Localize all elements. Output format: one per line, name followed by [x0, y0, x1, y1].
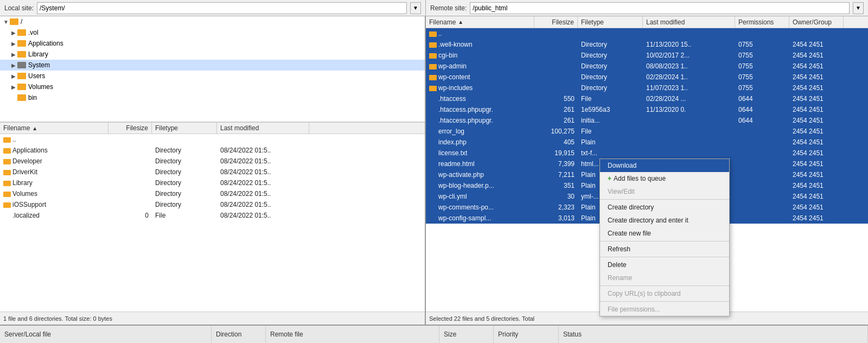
- remote-header-owner[interactable]: Owner/Group: [789, 16, 844, 28]
- folder-icon-applications-file: [3, 148, 11, 154]
- folder-icon-applications: [17, 40, 26, 47]
- tree-item-volumes[interactable]: ▶ Volumes: [0, 81, 425, 92]
- local-file-row-applications[interactable]: Applications Directory 08/24/2022 01:5..: [0, 145, 425, 156]
- folder-icon-library-file: [3, 181, 11, 186]
- remote-file-row-wpcontent[interactable]: wp-content Directory 02/28/2024 1.. 0755…: [426, 72, 868, 82]
- local-cell-mod: 08/24/2022 01:5..: [217, 179, 309, 187]
- panels-container: ▼ / ▶ .vol ▶ Applications: [0, 16, 868, 325]
- remote-header-filetype[interactable]: Filetype: [578, 16, 643, 28]
- context-menu-item-create-directory-enter[interactable]: Create directory and enter it: [600, 214, 729, 227]
- remote-file-row-dotdot[interactable]: ..: [426, 28, 868, 39]
- remote-file-row-errorlog[interactable]: error_log 100,275 File 2454 2451: [426, 126, 868, 137]
- local-cell-type: Directory: [152, 157, 217, 165]
- local-tree-view[interactable]: ▼ / ▶ .vol ▶ Applications: [0, 16, 425, 122]
- remote-file-row-indexphp[interactable]: index.php 405 Plain 2454 2451: [426, 137, 868, 148]
- folder-icon-users: [17, 73, 26, 79]
- tree-item-root[interactable]: ▼ /: [0, 16, 425, 27]
- remote-cell-name: wp-content: [426, 73, 534, 81]
- file-icon-htaccess-phpupgr1: [429, 107, 437, 113]
- remote-header-filesize[interactable]: Filesize: [534, 16, 578, 28]
- tree-label-bin: bin: [28, 94, 37, 101]
- local-site-dropdown-btn[interactable]: ▼: [410, 2, 421, 14]
- remote-cell-type: initia...: [578, 117, 643, 124]
- local-cell-mod: 08/24/2022 01:5..: [217, 157, 309, 165]
- local-site-path-input[interactable]: [37, 2, 407, 14]
- remote-cell-size: 3,013: [534, 214, 578, 222]
- tree-arrow-system: ▶: [10, 62, 17, 68]
- file-icon-wpcliyml: [429, 194, 437, 200]
- local-header-filesize[interactable]: Filesize: [108, 123, 152, 134]
- remote-cell-mod: 02/28/2024 ...: [643, 95, 735, 103]
- remote-header-filename[interactable]: Filename ▲: [426, 16, 534, 28]
- file-icon-wpblogheader: [429, 183, 437, 189]
- remote-cell-perms: 0755: [735, 84, 789, 92]
- local-cell-name: iOSSupport: [0, 201, 108, 208]
- remote-cell-mod: 11/13/2020 15..: [643, 41, 735, 48]
- local-header-lastmod[interactable]: Last modified: [217, 123, 309, 134]
- local-file-row-iossupport[interactable]: iOSSupport Directory 08/24/2022 01:5..: [0, 199, 425, 210]
- local-cell-type: Directory: [152, 147, 217, 154]
- remote-file-row-wellknown[interactable]: .well-known Directory 11/13/2020 15.. 07…: [426, 39, 868, 50]
- context-menu-item-download[interactable]: Download: [600, 159, 729, 172]
- remote-header-perms[interactable]: Permissions: [735, 16, 789, 28]
- remote-cell-perms: 0644: [735, 106, 789, 113]
- tree-item-users[interactable]: ▶ Users: [0, 71, 425, 81]
- tree-item-library[interactable]: ▶ Library: [0, 49, 425, 60]
- local-file-row-localized[interactable]: .localized 0 File 08/24/2022 01:5..: [0, 210, 425, 221]
- local-cell-type: Directory: [152, 168, 217, 176]
- remote-cell-owner: 2454 2451: [789, 193, 844, 200]
- remote-cell-size: 2,323: [534, 204, 578, 211]
- tree-item-system[interactable]: ▶ System: [0, 60, 425, 71]
- remote-cell-owner: 2454 2451: [789, 73, 844, 81]
- context-menu-item-add-to-queue[interactable]: +Add files to queue: [600, 172, 729, 185]
- local-header-filename[interactable]: Filename ▲: [0, 123, 108, 134]
- remote-cell-size: 19,915: [534, 149, 578, 157]
- local-cell-name: Library: [0, 179, 108, 187]
- remote-site-path-input[interactable]: [470, 2, 850, 14]
- context-menu-item-create-new-file[interactable]: Create new file: [600, 227, 729, 240]
- remote-file-row-licensetxt[interactable]: license.txt 19,915 txt-f... 2454 2451: [426, 148, 868, 158]
- tree-item-bin[interactable]: bin: [0, 92, 425, 103]
- context-menu-separator-1: [600, 199, 729, 200]
- local-cell-name: Developer: [0, 157, 108, 165]
- remote-file-row-cgibin[interactable]: cgi-bin Directory 10/02/2017 2... 0755 2…: [426, 50, 868, 61]
- remote-file-row-htaccess[interactable]: .htaccess 550 File 02/28/2024 ... 0644 2…: [426, 93, 868, 104]
- context-menu-item-create-directory[interactable]: Create directory: [600, 201, 729, 214]
- remote-cell-owner: 2454 2451: [789, 106, 844, 113]
- context-menu-item-delete[interactable]: Delete: [600, 258, 729, 271]
- context-menu-item-refresh[interactable]: Refresh: [600, 243, 729, 256]
- tree-item-vol[interactable]: ▶ .vol: [0, 27, 425, 38]
- local-file-row-developer[interactable]: Developer Directory 08/24/2022 01:5..: [0, 156, 425, 167]
- remote-cell-owner: 2454 2451: [789, 117, 844, 124]
- remote-cell-type: Directory: [578, 73, 643, 81]
- file-icon-wpcommentspo: [429, 205, 437, 211]
- local-site-bar: Local site: ▼: [0, 0, 426, 16]
- transfer-col-status: Status: [559, 326, 868, 343]
- local-file-row-driverkit[interactable]: DriverKit Directory 08/24/2022 01:5..: [0, 167, 425, 177]
- local-cell-type: Directory: [152, 179, 217, 187]
- sort-arrow-remote-filename: ▲: [458, 19, 463, 25]
- remote-cell-owner: 2454 2451: [789, 62, 844, 70]
- local-file-list[interactable]: .. Applications Directory 08/24/2022 01:…: [0, 134, 425, 312]
- local-header-filetype[interactable]: Filetype: [152, 123, 217, 134]
- tree-label-applications: Applications: [28, 40, 63, 47]
- local-file-row-dotdot[interactable]: ..: [0, 134, 425, 145]
- remote-file-row-htaccess-phpupgr-1[interactable]: .htaccess.phpupgr. 261 1e5956a3 11/13/20…: [426, 104, 868, 115]
- remote-cell-type: Directory: [578, 62, 643, 70]
- remote-cell-owner: 2454 2451: [789, 149, 844, 157]
- context-menu-item-file-permissions: File permissions...: [600, 303, 729, 316]
- folder-icon-root: [10, 18, 18, 25]
- remote-file-row-htaccess-phpupgr-2[interactable]: .htaccess.phpupgr. 261 initia... 0644 24…: [426, 115, 868, 126]
- local-file-row-library[interactable]: Library Directory 08/24/2022 01:5..: [0, 177, 425, 188]
- local-cell-mod: 08/24/2022 01:5..: [217, 212, 309, 219]
- tree-item-applications[interactable]: ▶ Applications: [0, 38, 425, 49]
- remote-file-row-wpadmin[interactable]: wp-admin Directory 08/08/2023 1.. 0755 2…: [426, 61, 868, 72]
- remote-header-lastmod[interactable]: Last modified: [643, 16, 735, 28]
- remote-file-row-wpincludes[interactable]: wp-includes Directory 11/07/2023 1.. 075…: [426, 82, 868, 93]
- local-file-row-volumes[interactable]: Volumes Directory 08/24/2022 01:5..: [0, 188, 425, 199]
- remote-site-dropdown-btn[interactable]: ▼: [853, 2, 864, 14]
- transfer-col-remote-file: Remote file: [266, 326, 439, 343]
- site-bars: Local site: ▼ Remote site: ▼: [0, 0, 868, 16]
- remote-cell-name: .well-known: [426, 41, 534, 48]
- folder-icon-volumes-file: [3, 192, 11, 197]
